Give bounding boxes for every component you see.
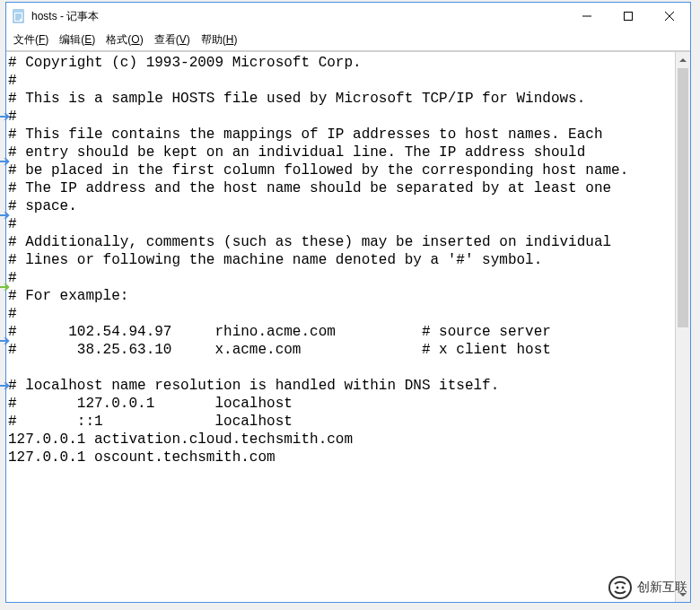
watermark-text: 创新互联 [637,580,687,596]
svg-point-13 [617,587,619,589]
window-controls [566,3,690,30]
close-button[interactable] [649,3,690,30]
vertical-scrollbar[interactable] [675,52,690,602]
svg-rect-7 [625,13,633,21]
window-title: hosts - 记事本 [31,9,566,24]
menu-edit[interactable]: 编辑(E) [59,32,95,48]
menu-bar: 文件(F) 编辑(E) 格式(O) 查看(V) 帮助(H) [6,30,690,51]
menu-format[interactable]: 格式(O) [106,32,143,48]
text-editor[interactable]: # Copyright (c) 1993-2009 Microsoft Corp… [6,52,690,602]
minimize-button[interactable] [566,3,608,30]
svg-marker-10 [679,58,687,62]
svg-point-12 [609,577,631,598]
scrollbar-thumb[interactable] [678,68,688,327]
menu-file[interactable]: 文件(F) [13,32,48,48]
editor-area: # Copyright (c) 1993-2009 Microsoft Corp… [6,51,690,602]
svg-rect-1 [13,10,23,13]
maximize-button[interactable] [608,3,649,30]
menu-view[interactable]: 查看(V) [154,32,190,48]
watermark: 创新互联 [608,576,687,599]
scrollbar-track[interactable] [676,328,690,588]
title-bar[interactable]: hosts - 记事本 [6,3,690,30]
notepad-icon [12,9,26,23]
menu-help[interactable]: 帮助(H) [201,32,238,48]
file-content[interactable]: # Copyright (c) 1993-2009 Microsoft Corp… [8,54,688,466]
svg-point-14 [622,587,625,589]
notepad-window: hosts - 记事本 文件(F) 编辑(E) 格式(O) 查看(V) 帮助(H… [5,2,691,603]
scroll-up-button[interactable] [676,52,690,67]
watermark-logo-icon [608,576,632,599]
